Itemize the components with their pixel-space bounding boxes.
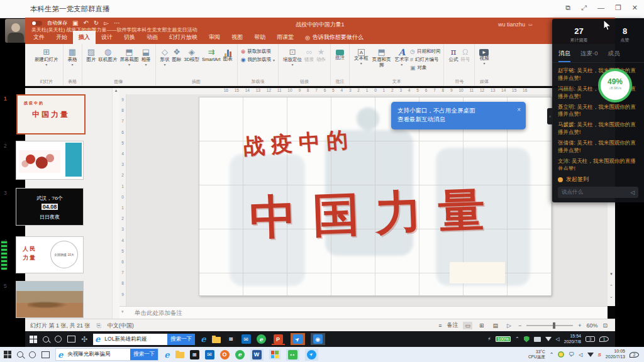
- zoom-level[interactable]: 60%: [586, 322, 597, 329]
- tab-view[interactable]: 视图: [226, 31, 248, 44]
- slide-title-line2[interactable]: 中国力量: [223, 178, 527, 251]
- icons-button[interactable]: ❖ 图标: [171, 46, 183, 64]
- tell-me-box[interactable]: ◎ 告诉我你想要做什么: [299, 31, 369, 44]
- tab-rain-classroom[interactable]: 雨课堂: [271, 31, 299, 44]
- local-edge-icon[interactable]: e: [164, 350, 169, 359]
- tab-design[interactable]: 设计: [96, 31, 118, 44]
- notes-collapse-icon[interactable]: ▾: [121, 309, 124, 314]
- photo-album-button[interactable]: ⬓ 相册 ▾: [140, 46, 152, 69]
- notes-pane[interactable]: ▾ 单击此处添加备注: [119, 306, 608, 319]
- wechat-icon[interactable]: ●●: [286, 349, 299, 361]
- tab-voice-link[interactable]: 连麦·0: [580, 50, 597, 62]
- 3d-models-button[interactable]: ◈ 3D模型: [183, 46, 201, 64]
- local-wifi-icon[interactable]: [587, 353, 594, 357]
- browser-360-icon[interactable]: e: [257, 334, 266, 344]
- notes-toggle-icon[interactable]: ≡: [438, 322, 441, 329]
- chat-input[interactable]: 说点什么 ◁: [558, 187, 638, 198]
- my-addins-button[interactable]: ◉ 我的加载项 ▾: [241, 57, 275, 63]
- blue-circle-app-icon[interactable]: ➤: [305, 349, 318, 361]
- thumbnail-scrollbar[interactable]: ▴: [112, 88, 119, 319]
- local-mail-icon[interactable]: ✉: [205, 350, 214, 359]
- wordart-button[interactable]: A 艺术字 ▾: [394, 46, 411, 69]
- local-360-browser-icon[interactable]: e: [235, 350, 245, 359]
- slide-text-placeholder[interactable]: [450, 262, 505, 283]
- notes-toggle-label[interactable]: 备注: [447, 321, 458, 329]
- panel-collapse-handle[interactable]: ‹: [547, 108, 553, 124]
- tab-home[interactable]: 开始: [50, 31, 73, 44]
- language-indicator[interactable]: 中文(中国): [108, 322, 134, 330]
- cpu-temp-widget[interactable]: 33°C CPU温度: [528, 349, 545, 359]
- edge-icon[interactable]: e: [201, 334, 206, 344]
- local-taskbar-search-box[interactable]: e 搜索一下: [55, 348, 158, 361]
- display-tray-icon[interactable]: [534, 337, 541, 342]
- get-addins-button[interactable]: ⊕ 获取加载项: [241, 48, 275, 55]
- object-button[interactable]: ▣ 对象: [410, 65, 440, 71]
- live-class-app-icon[interactable]: ➤: [291, 333, 305, 345]
- slide-thumbnail-4[interactable]: 人民 力量 全国驰援 10大: [16, 237, 83, 273]
- zoom-in-button[interactable]: +: [578, 322, 581, 329]
- slide-thumbnail-5[interactable]: [16, 282, 83, 317]
- pip-icon[interactable]: ⧉: [565, 4, 570, 12]
- fit-to-window-icon[interactable]: ⊡: [602, 322, 608, 329]
- slide-sorter-view-icon[interactable]: ⊞: [477, 322, 486, 329]
- accessibility-icon[interactable]: ⎘: [97, 322, 101, 329]
- word-taskbar-icon[interactable]: W: [250, 349, 264, 361]
- local-volume-icon[interactable]: ◁: [579, 352, 582, 358]
- presenter-avatar[interactable]: [5, 19, 26, 43]
- smartart-button[interactable]: ⇉ SmartArt: [201, 46, 222, 64]
- tab-file[interactable]: 文件: [28, 31, 50, 44]
- network-speed-badge[interactable]: 49% ↓8.9K/s: [598, 69, 632, 102]
- tab-messages[interactable]: 消息: [558, 50, 570, 62]
- volume-icon[interactable]: ◁: [556, 336, 560, 342]
- previous-slide-icon[interactable]: ⌃: [608, 284, 615, 289]
- next-slide-icon[interactable]: ⌄: [608, 294, 615, 299]
- colorful-app-icon[interactable]: [269, 349, 280, 359]
- tab-review[interactable]: 审阅: [203, 31, 226, 44]
- taskbar-search-input[interactable]: [102, 334, 167, 345]
- reading-view-icon[interactable]: ▤: [491, 322, 500, 329]
- tooltip-line2[interactable]: 查看最新互动消息: [397, 115, 519, 124]
- local-task-view-icon[interactable]: [42, 351, 50, 358]
- tab-members[interactable]: 成员: [608, 50, 619, 62]
- start-icon[interactable]: [30, 336, 37, 343]
- local-clock[interactable]: 10:05 2020/7/13: [606, 349, 625, 360]
- mail-icon[interactable]: ✉: [242, 334, 251, 344]
- powerpoint-taskbar-icon[interactable]: P: [272, 333, 285, 345]
- pinwheel-app-icon[interactable]: ✣: [81, 335, 87, 344]
- slide-thumbnail-2[interactable]: [16, 141, 83, 179]
- zoom-slider-thumb[interactable]: [553, 322, 555, 329]
- comment-button[interactable]: 批注: [334, 46, 346, 62]
- eye-protect-tray-icon[interactable]: [558, 351, 564, 358]
- security-shield-icon[interactable]: [524, 336, 530, 343]
- search-icon[interactable]: [43, 336, 49, 343]
- tab-transitions[interactable]: 切换: [118, 31, 141, 44]
- close-icon[interactable]: ✕: [632, 4, 638, 12]
- chat-badge[interactable]: 1: [599, 336, 609, 342]
- normal-view-icon[interactable]: ▭: [463, 322, 472, 329]
- text-box-button[interactable]: A 文本框 ▾: [353, 46, 370, 67]
- popout-icon[interactable]: ⤢: [581, 4, 587, 12]
- video-button[interactable]: ▶ 视频 ▾: [478, 46, 490, 67]
- zoom-out-button[interactable]: −: [518, 322, 521, 329]
- local-taskbar-search-input[interactable]: [65, 349, 130, 360]
- local-chat-badge[interactable]: 2: [630, 352, 639, 358]
- local-store-icon[interactable]: ⊞: [190, 350, 199, 359]
- chart-button[interactable]: 图表: [222, 46, 234, 63]
- tab-animations[interactable]: 动画: [141, 31, 164, 44]
- scroll-down-icon[interactable]: ▾: [608, 272, 615, 277]
- slide-editing-canvas[interactable]: 战疫中的 中国力量: [126, 94, 608, 306]
- microsoft-store-icon[interactable]: ⊞: [226, 334, 236, 344]
- taskbar-search-box[interactable]: e 搜索一下: [93, 334, 195, 345]
- chat-sound-icon[interactable]: ◁: [630, 189, 635, 195]
- online-pictures-button[interactable]: ◍ 联机图片: [97, 46, 119, 64]
- minimize-icon[interactable]: —: [597, 4, 604, 12]
- date-time-button[interactable]: ◷ 日期和时间: [410, 48, 440, 55]
- equation-button[interactable]: π 公式: [447, 46, 459, 64]
- battery-indicator[interactable]: 100%: [496, 336, 511, 342]
- local-tray-chevron-icon[interactable]: ⌃: [550, 352, 554, 358]
- slide-thumbnail-1[interactable]: 战疫中的 中国力量: [16, 94, 86, 134]
- notes-placeholder[interactable]: 单击此处添加备注: [135, 309, 182, 317]
- windows-badge[interactable]: 3: [586, 336, 595, 342]
- zoom-button[interactable]: ⊡ 缩放定位 ▾: [282, 46, 303, 69]
- local-cortana-icon[interactable]: [29, 351, 36, 358]
